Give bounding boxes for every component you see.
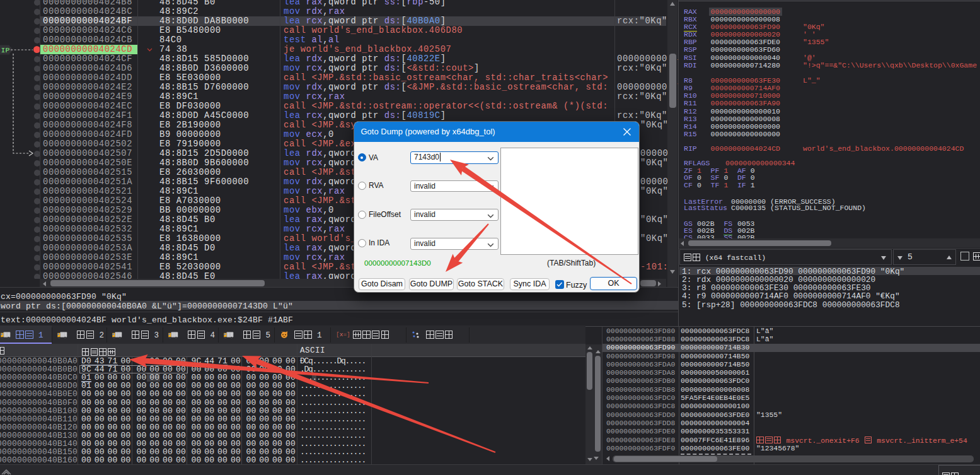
svg-text:IP: IP bbox=[1, 46, 10, 54]
